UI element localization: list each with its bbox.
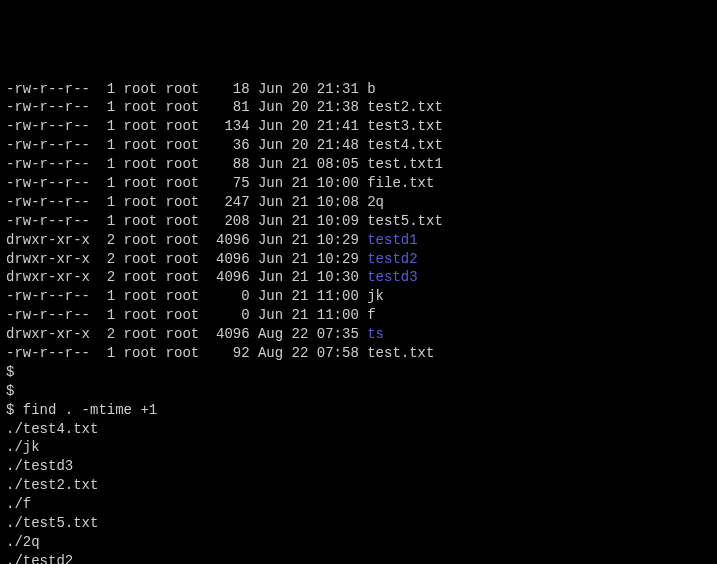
- command-line[interactable]: $ find . -mtime +1: [6, 401, 711, 420]
- month: Jun: [250, 193, 284, 212]
- find-output-line: ./f: [6, 495, 711, 514]
- owner: root: [124, 268, 166, 287]
- day: 20: [283, 80, 308, 99]
- file-name: jk: [367, 288, 384, 304]
- month: Jun: [250, 80, 284, 99]
- link-count: 1: [98, 136, 115, 155]
- permissions: drwxr-xr-x: [6, 250, 98, 269]
- time: 10:30: [308, 268, 358, 287]
- month: Aug: [250, 325, 284, 344]
- permissions: -rw-r--r--: [6, 193, 98, 212]
- month: Jun: [250, 287, 284, 306]
- owner: root: [124, 306, 166, 325]
- file-name: testd1: [367, 232, 417, 248]
- file-name: test3.txt: [367, 118, 443, 134]
- ls-row: drwxr-xr-x2rootroot4096Jun2110:29testd1: [6, 231, 711, 250]
- ls-row: -rw-r--r--1rootroot88Jun2108:05test.txt1: [6, 155, 711, 174]
- prompt-line: $: [6, 382, 711, 401]
- day: 20: [283, 117, 308, 136]
- find-output-line: ./testd2: [6, 552, 711, 564]
- day: 21: [283, 287, 308, 306]
- link-count: 1: [98, 344, 115, 363]
- ls-row: -rw-r--r--1rootroot0Jun2111:00jk: [6, 287, 711, 306]
- find-output-line: ./2q: [6, 533, 711, 552]
- time: 21:48: [308, 136, 358, 155]
- day: 21: [283, 250, 308, 269]
- link-count: 1: [98, 212, 115, 231]
- size: 0: [208, 287, 250, 306]
- link-count: 1: [98, 155, 115, 174]
- group: root: [166, 117, 208, 136]
- find-output-line: ./testd3: [6, 457, 711, 476]
- day: 21: [283, 155, 308, 174]
- day: 21: [283, 193, 308, 212]
- ls-row: -rw-r--r--1rootroot92Aug2207:58test.txt: [6, 344, 711, 363]
- find-output-line: ./test2.txt: [6, 476, 711, 495]
- link-count: 1: [98, 174, 115, 193]
- permissions: drwxr-xr-x: [6, 325, 98, 344]
- month: Aug: [250, 344, 284, 363]
- file-name: b: [367, 81, 375, 97]
- size: 4096: [208, 268, 250, 287]
- permissions: -rw-r--r--: [6, 306, 98, 325]
- file-name: test.txt1: [367, 156, 443, 172]
- time: 10:08: [308, 193, 358, 212]
- terminal[interactable]: -rw-r--r--1rootroot18Jun2021:31b-rw-r--r…: [6, 80, 711, 564]
- size: 4096: [208, 325, 250, 344]
- permissions: -rw-r--r--: [6, 212, 98, 231]
- owner: root: [124, 155, 166, 174]
- group: root: [166, 155, 208, 174]
- time: 10:00: [308, 174, 358, 193]
- group: root: [166, 268, 208, 287]
- month: Jun: [250, 136, 284, 155]
- size: 88: [208, 155, 250, 174]
- month: Jun: [250, 231, 284, 250]
- group: root: [166, 287, 208, 306]
- owner: root: [124, 212, 166, 231]
- find-output-line: ./test4.txt: [6, 420, 711, 439]
- time: 10:09: [308, 212, 358, 231]
- link-count: 1: [98, 98, 115, 117]
- permissions: drwxr-xr-x: [6, 231, 98, 250]
- time: 11:00: [308, 306, 358, 325]
- group: root: [166, 344, 208, 363]
- group: root: [166, 325, 208, 344]
- time: 07:58: [308, 344, 358, 363]
- ls-row: -rw-r--r--1rootroot247Jun2110:082q: [6, 193, 711, 212]
- permissions: -rw-r--r--: [6, 98, 98, 117]
- ls-row: -rw-r--r--1rootroot36Jun2021:48test4.txt: [6, 136, 711, 155]
- size: 4096: [208, 250, 250, 269]
- ls-row: -rw-r--r--1rootroot208Jun2110:09test5.tx…: [6, 212, 711, 231]
- day: 20: [283, 98, 308, 117]
- month: Jun: [250, 174, 284, 193]
- size: 92: [208, 344, 250, 363]
- time: 10:29: [308, 231, 358, 250]
- month: Jun: [250, 306, 284, 325]
- file-name: f: [367, 307, 375, 323]
- link-count: 1: [98, 117, 115, 136]
- size: 4096: [208, 231, 250, 250]
- file-name: test4.txt: [367, 137, 443, 153]
- permissions: -rw-r--r--: [6, 136, 98, 155]
- link-count: 1: [98, 287, 115, 306]
- ls-row: drwxr-xr-x2rootroot4096Jun2110:29testd2: [6, 250, 711, 269]
- owner: root: [124, 117, 166, 136]
- prompt: $: [6, 383, 14, 399]
- time: 10:29: [308, 250, 358, 269]
- find-output-line: ./test5.txt: [6, 514, 711, 533]
- size: 134: [208, 117, 250, 136]
- time: 21:41: [308, 117, 358, 136]
- month: Jun: [250, 155, 284, 174]
- size: 75: [208, 174, 250, 193]
- month: Jun: [250, 98, 284, 117]
- link-count: 1: [98, 80, 115, 99]
- file-name: test5.txt: [367, 213, 443, 229]
- permissions: -rw-r--r--: [6, 174, 98, 193]
- owner: root: [124, 325, 166, 344]
- permissions: -rw-r--r--: [6, 80, 98, 99]
- time: 21:38: [308, 98, 358, 117]
- month: Jun: [250, 212, 284, 231]
- day: 21: [283, 212, 308, 231]
- permissions: -rw-r--r--: [6, 155, 98, 174]
- time: 08:05: [308, 155, 358, 174]
